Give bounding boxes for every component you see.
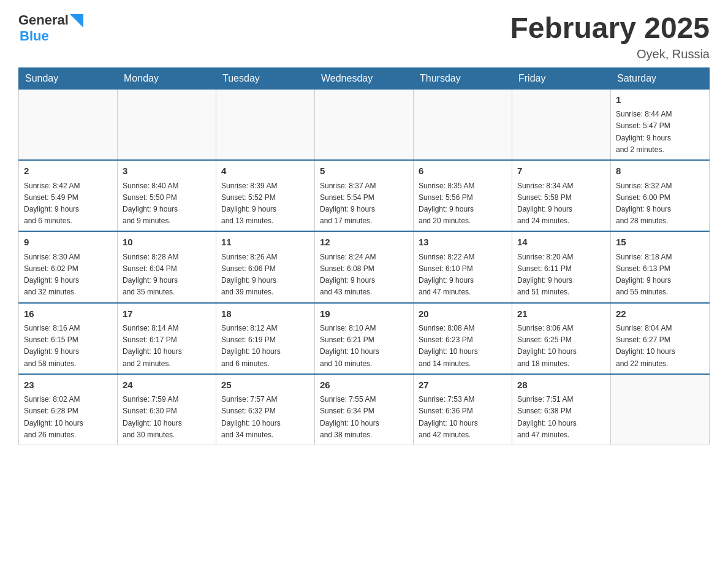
day-info: Sunrise: 8:32 AM Sunset: 6:00 PM Dayligh… (616, 180, 704, 228)
day-number: 22 (616, 307, 704, 321)
day-number: 10 (123, 236, 211, 250)
day-info: Sunrise: 8:18 AM Sunset: 6:13 PM Dayligh… (616, 251, 704, 299)
calendar-week-row: 9Sunrise: 8:30 AM Sunset: 6:02 PM Daylig… (19, 231, 710, 302)
day-info: Sunrise: 8:28 AM Sunset: 6:04 PM Dayligh… (123, 251, 211, 299)
day-number: 17 (123, 307, 211, 321)
logo-blue-text: Blue (20, 28, 49, 44)
calendar-cell: 15Sunrise: 8:18 AM Sunset: 6:13 PM Dayli… (611, 231, 710, 302)
calendar-cell: 14Sunrise: 8:20 AM Sunset: 6:11 PM Dayli… (512, 231, 611, 302)
day-number: 24 (123, 378, 211, 393)
calendar-subtitle: Oyek, Russia (510, 47, 710, 61)
day-number: 3 (123, 164, 211, 178)
day-info: Sunrise: 8:02 AM Sunset: 6:28 PM Dayligh… (24, 394, 112, 441)
svg-marker-0 (70, 14, 83, 28)
calendar-cell (118, 89, 216, 160)
calendar-table: SundayMondayTuesdayWednesdayThursdayFrid… (18, 67, 710, 445)
day-info: Sunrise: 8:26 AM Sunset: 6:06 PM Dayligh… (221, 251, 309, 299)
calendar-cell (315, 89, 414, 160)
day-number: 4 (221, 164, 309, 178)
day-info: Sunrise: 8:20 AM Sunset: 6:11 PM Dayligh… (517, 251, 605, 299)
day-info: Sunrise: 8:06 AM Sunset: 6:25 PM Dayligh… (517, 323, 605, 370)
day-info: Sunrise: 8:39 AM Sunset: 5:52 PM Dayligh… (221, 180, 309, 228)
calendar-cell: 27Sunrise: 7:53 AM Sunset: 6:36 PM Dayli… (414, 374, 512, 445)
weekday-header-row: SundayMondayTuesdayWednesdayThursdayFrid… (19, 67, 710, 89)
day-info: Sunrise: 8:14 AM Sunset: 6:17 PM Dayligh… (123, 323, 211, 370)
day-info: Sunrise: 8:40 AM Sunset: 5:50 PM Dayligh… (123, 180, 211, 228)
calendar-cell: 9Sunrise: 8:30 AM Sunset: 6:02 PM Daylig… (19, 231, 118, 302)
day-number: 8 (616, 164, 704, 178)
calendar-cell: 22Sunrise: 8:04 AM Sunset: 6:27 PM Dayli… (611, 303, 710, 374)
calendar-week-row: 2Sunrise: 8:42 AM Sunset: 5:49 PM Daylig… (19, 160, 710, 231)
day-info: Sunrise: 8:34 AM Sunset: 5:58 PM Dayligh… (517, 180, 605, 228)
day-number: 20 (419, 307, 507, 321)
day-info: Sunrise: 8:04 AM Sunset: 6:27 PM Dayligh… (616, 323, 704, 370)
weekday-header-friday: Friday (512, 67, 611, 89)
day-info: Sunrise: 7:51 AM Sunset: 6:38 PM Dayligh… (517, 394, 605, 441)
day-info: Sunrise: 8:16 AM Sunset: 6:15 PM Dayligh… (24, 323, 112, 370)
day-info: Sunrise: 8:22 AM Sunset: 6:10 PM Dayligh… (419, 251, 507, 299)
day-number: 2 (24, 164, 112, 178)
day-info: Sunrise: 8:44 AM Sunset: 5:47 PM Dayligh… (616, 109, 704, 156)
day-number: 16 (24, 307, 112, 321)
day-number: 12 (320, 236, 408, 250)
day-number: 23 (24, 378, 112, 393)
calendar-cell: 21Sunrise: 8:06 AM Sunset: 6:25 PM Dayli… (512, 303, 611, 374)
calendar-week-row: 1Sunrise: 8:44 AM Sunset: 5:47 PM Daylig… (19, 89, 710, 160)
calendar-cell: 18Sunrise: 8:12 AM Sunset: 6:19 PM Dayli… (216, 303, 315, 374)
day-info: Sunrise: 8:08 AM Sunset: 6:23 PM Dayligh… (419, 323, 507, 370)
day-info: Sunrise: 7:59 AM Sunset: 6:30 PM Dayligh… (123, 394, 211, 441)
calendar-cell: 12Sunrise: 8:24 AM Sunset: 6:08 PM Dayli… (315, 231, 414, 302)
calendar-cell: 25Sunrise: 7:57 AM Sunset: 6:32 PM Dayli… (216, 374, 315, 445)
weekday-header-wednesday: Wednesday (315, 67, 414, 89)
day-info: Sunrise: 8:42 AM Sunset: 5:49 PM Dayligh… (24, 180, 112, 228)
day-number: 19 (320, 307, 408, 321)
day-number: 15 (616, 236, 704, 250)
calendar-cell: 19Sunrise: 8:10 AM Sunset: 6:21 PM Dayli… (315, 303, 414, 374)
day-info: Sunrise: 7:55 AM Sunset: 6:34 PM Dayligh… (320, 394, 408, 441)
day-number: 1 (616, 93, 704, 107)
calendar-cell (216, 89, 315, 160)
weekday-header-monday: Monday (118, 67, 216, 89)
day-number: 18 (221, 307, 309, 321)
calendar-cell: 13Sunrise: 8:22 AM Sunset: 6:10 PM Dayli… (414, 231, 512, 302)
calendar-cell (512, 89, 611, 160)
calendar-title: February 2025 (510, 12, 710, 45)
calendar-cell: 5Sunrise: 8:37 AM Sunset: 5:54 PM Daylig… (315, 160, 414, 231)
logo-general-text: General (18, 12, 69, 28)
calendar-cell: 16Sunrise: 8:16 AM Sunset: 6:15 PM Dayli… (19, 303, 118, 374)
day-info: Sunrise: 8:35 AM Sunset: 5:56 PM Dayligh… (419, 180, 507, 228)
day-info: Sunrise: 7:57 AM Sunset: 6:32 PM Dayligh… (221, 394, 309, 441)
calendar-cell: 10Sunrise: 8:28 AM Sunset: 6:04 PM Dayli… (118, 231, 216, 302)
page-header: General Blue February 2025 Oyek, Russia (18, 12, 710, 61)
day-number: 9 (24, 236, 112, 250)
calendar-cell: 6Sunrise: 8:35 AM Sunset: 5:56 PM Daylig… (414, 160, 512, 231)
day-info: Sunrise: 7:53 AM Sunset: 6:36 PM Dayligh… (419, 394, 507, 441)
calendar-cell: 3Sunrise: 8:40 AM Sunset: 5:50 PM Daylig… (118, 160, 216, 231)
day-number: 14 (517, 236, 605, 250)
day-info: Sunrise: 8:12 AM Sunset: 6:19 PM Dayligh… (221, 323, 309, 370)
calendar-cell (19, 89, 118, 160)
day-number: 25 (221, 378, 309, 393)
day-number: 28 (517, 378, 605, 393)
day-number: 26 (320, 378, 408, 393)
calendar-week-row: 16Sunrise: 8:16 AM Sunset: 6:15 PM Dayli… (19, 303, 710, 374)
logo: General Blue (18, 12, 83, 44)
day-info: Sunrise: 8:10 AM Sunset: 6:21 PM Dayligh… (320, 323, 408, 370)
calendar-cell: 4Sunrise: 8:39 AM Sunset: 5:52 PM Daylig… (216, 160, 315, 231)
calendar-cell: 2Sunrise: 8:42 AM Sunset: 5:49 PM Daylig… (19, 160, 118, 231)
calendar-cell: 7Sunrise: 8:34 AM Sunset: 5:58 PM Daylig… (512, 160, 611, 231)
calendar-cell (611, 374, 710, 445)
day-number: 7 (517, 164, 605, 178)
day-info: Sunrise: 8:30 AM Sunset: 6:02 PM Dayligh… (24, 251, 112, 299)
calendar-cell: 8Sunrise: 8:32 AM Sunset: 6:00 PM Daylig… (611, 160, 710, 231)
weekday-header-thursday: Thursday (414, 67, 512, 89)
calendar-cell: 1Sunrise: 8:44 AM Sunset: 5:47 PM Daylig… (611, 89, 710, 160)
calendar-cell: 20Sunrise: 8:08 AM Sunset: 6:23 PM Dayli… (414, 303, 512, 374)
day-number: 6 (419, 164, 507, 178)
calendar-cell: 17Sunrise: 8:14 AM Sunset: 6:17 PM Dayli… (118, 303, 216, 374)
calendar-cell: 28Sunrise: 7:51 AM Sunset: 6:38 PM Dayli… (512, 374, 611, 445)
calendar-cell: 24Sunrise: 7:59 AM Sunset: 6:30 PM Dayli… (118, 374, 216, 445)
day-number: 11 (221, 236, 309, 250)
calendar-cell (414, 89, 512, 160)
logo-triangle-icon (70, 14, 83, 28)
